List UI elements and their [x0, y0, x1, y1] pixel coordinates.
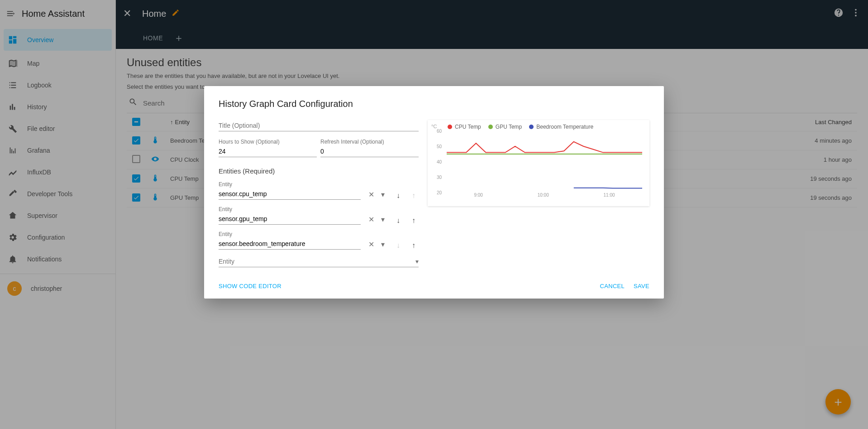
- chevron-down-icon: ▾: [415, 258, 419, 265]
- legend-label: GPU Temp: [496, 124, 522, 130]
- dialog-title: History Graph Card Configuration: [219, 99, 649, 109]
- entity-row: Entity✕▾↓↑: [219, 231, 419, 250]
- move-down-icon[interactable]: ↓: [393, 192, 403, 200]
- entity-label: Entity: [219, 181, 361, 188]
- legend-item: GPU Temp: [488, 124, 522, 130]
- move-up-icon: ↑: [409, 192, 419, 200]
- legend-dot: [448, 125, 452, 129]
- y-axis-label: °C: [431, 124, 437, 129]
- legend-item: CPU Temp: [448, 124, 481, 130]
- legend-dot: [488, 125, 493, 129]
- move-up-icon[interactable]: ↑: [409, 217, 419, 225]
- y-tick: 40: [437, 159, 442, 164]
- hours-label: Hours to Show (Optional): [219, 139, 317, 145]
- hours-input[interactable]: [219, 146, 317, 157]
- move-up-icon[interactable]: ↑: [409, 241, 419, 250]
- legend-label: CPU Temp: [455, 124, 481, 130]
- entity-label: Entity: [219, 206, 361, 212]
- save-button[interactable]: SAVE: [634, 283, 649, 289]
- move-down-icon: ↓: [393, 241, 403, 250]
- entity-row: Entity✕▾↓↑: [219, 181, 419, 200]
- add-entity-dropdown[interactable]: Entity ▾: [219, 256, 419, 267]
- refresh-input[interactable]: [320, 146, 419, 157]
- entity-label: Entity: [219, 231, 361, 237]
- x-tick: 10:00: [538, 193, 549, 198]
- entity-row: Entity✕▾↓↑: [219, 206, 419, 225]
- legend-dot: [529, 125, 534, 129]
- chevron-down-icon[interactable]: ▾: [378, 240, 388, 249]
- cancel-button[interactable]: CANCEL: [600, 283, 625, 289]
- title-input[interactable]: [219, 120, 419, 131]
- x-tick: 9:00: [474, 193, 482, 198]
- x-tick: 11:00: [604, 193, 615, 198]
- legend-label: Beedroom Temperature: [536, 124, 593, 130]
- y-tick: 50: [437, 144, 442, 149]
- modal-overlay[interactable]: History Graph Card Configuration Hours t…: [0, 0, 868, 429]
- clear-icon[interactable]: ✕: [366, 190, 376, 199]
- clear-icon[interactable]: ✕: [366, 240, 376, 249]
- chevron-down-icon[interactable]: ▾: [378, 190, 388, 199]
- y-tick: 30: [437, 175, 442, 180]
- y-tick: 20: [437, 190, 442, 195]
- clear-icon[interactable]: ✕: [366, 215, 376, 224]
- y-tick: 60: [437, 129, 442, 134]
- chevron-down-icon[interactable]: ▾: [378, 215, 388, 224]
- card-config-dialog: History Graph Card Configuration Hours t…: [204, 86, 664, 299]
- legend-item: Beedroom Temperature: [529, 124, 593, 130]
- entity-input[interactable]: [219, 238, 361, 250]
- entities-section-title: Entities (Required): [219, 167, 419, 175]
- entity-input[interactable]: [219, 188, 361, 200]
- refresh-label: Refresh Interval (Optional): [320, 139, 419, 145]
- move-down-icon[interactable]: ↓: [393, 217, 403, 225]
- show-code-button[interactable]: SHOW CODE EDITOR: [219, 283, 281, 289]
- chart-preview: °C CPU TempGPU TempBeedroom Temperature …: [428, 120, 649, 206]
- entity-input[interactable]: [219, 213, 361, 225]
